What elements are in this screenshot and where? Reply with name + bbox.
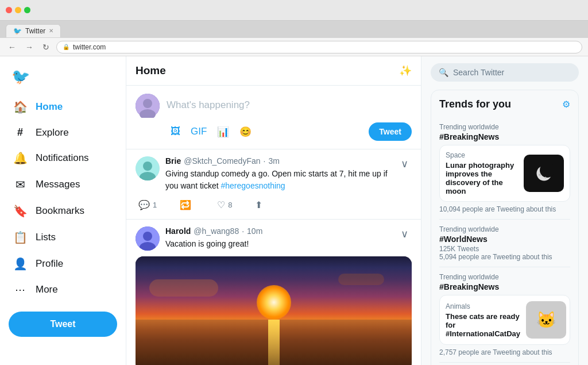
sidebar-item-label-bookmarks: Bookmarks	[36, 205, 84, 217]
tweet-submit-button[interactable]: Tweet	[369, 122, 412, 141]
tab-close-button[interactable]: ✕	[49, 28, 53, 34]
envelope-icon: ✉	[13, 178, 27, 191]
url-bar[interactable]: 🔒 twitter.com	[56, 41, 582, 53]
tweet-names: Brie @Sktch_ComedyFan · 3m	[165, 156, 397, 166]
tweet-avatar	[136, 226, 160, 251]
tweet-names: Harold @h_wang88 · 10m	[165, 226, 262, 236]
tweet-time: ·	[264, 156, 266, 166]
sidebar-item-label-more: More	[36, 284, 58, 295]
svg-point-15	[539, 174, 541, 176]
trend-count: 125K Tweets	[439, 245, 570, 253]
svg-point-1	[143, 99, 152, 108]
search-box[interactable]: 🔍 Search Twitter	[431, 63, 579, 82]
tweet-meta: Brie @Sktch_ComedyFan · 3m Giving standu…	[165, 156, 397, 192]
sidebar-item-profile[interactable]: 👤 Profile	[9, 251, 117, 276]
compose-right: What's happening? 🖼 GIF 📊 😊 Tweet	[167, 94, 412, 141]
sidebar: 🐦 🏠 Home # Explore 🔔 Notifications ✉ Mes…	[0, 56, 126, 365]
trend-item[interactable]: Trending worldwide #WorldNews 125K Tweet…	[439, 220, 570, 267]
compose-actions: 🖼 GIF 📊 😊 Tweet	[167, 122, 412, 141]
home-icon: 🏠	[13, 100, 27, 114]
refresh-button[interactable]: ↻	[40, 41, 52, 53]
trend-card[interactable]: Space Lunar photography improves the dis…	[439, 145, 570, 202]
maximize-button[interactable]	[24, 7, 30, 13]
tweet-image[interactable]	[136, 256, 412, 365]
sidebar-item-label-lists: Lists	[36, 232, 56, 243]
browser-chrome	[0, 0, 588, 21]
moon-image	[524, 155, 564, 192]
forward-button[interactable]: →	[23, 41, 36, 53]
bell-icon: 🔔	[13, 151, 27, 165]
trends-card: Trends for you ⚙ Trending worldwide #Bre…	[431, 90, 579, 365]
share-button[interactable]: ⬆	[252, 198, 265, 212]
tweet-more-button[interactable]: ∨	[397, 156, 412, 171]
trend-detail: 5,094 people are Tweeting about this	[439, 253, 570, 261]
card-text: Lunar photography improves the discovery…	[446, 161, 518, 195]
search-input[interactable]: Search Twitter	[453, 68, 571, 77]
trend-with-image: Space Lunar photography improves the dis…	[446, 151, 564, 195]
poll-icon-button[interactable]: 📊	[213, 123, 233, 141]
emoji-icon-button[interactable]: 😊	[235, 123, 256, 141]
tweet-time: ·	[242, 226, 244, 236]
browser-tab[interactable]: 🐦 Twitter ✕	[6, 24, 61, 37]
card-text: These cats are ready for #InternationalC…	[446, 312, 520, 338]
trend-category: Trending worldwide	[439, 273, 570, 281]
sidebar-item-messages[interactable]: ✉ Messages	[9, 172, 117, 197]
share-icon: ⬆	[255, 199, 262, 210]
explore-icon: #	[13, 126, 27, 139]
sidebar-item-label-messages: Messages	[36, 179, 80, 190]
tweet-more-button[interactable]: ∨	[397, 226, 412, 241]
tweet-text: Vacation is going great!	[165, 238, 262, 250]
compose-placeholder[interactable]: What's happening?	[167, 94, 412, 122]
sidebar-item-home[interactable]: 🏠 Home	[9, 94, 117, 120]
back-button[interactable]: ←	[6, 41, 18, 53]
trend-name: #BreakingNews	[439, 132, 570, 141]
retweet-button[interactable]: 🔁	[177, 198, 197, 212]
settings-icon[interactable]: ⚙	[562, 99, 570, 110]
twitter-logo[interactable]: 🐦	[9, 62, 117, 94]
trend-item[interactable]: Trending worldwide #GreatestOfAllTime 10…	[439, 363, 570, 365]
trend-detail: 10,094 people are Tweeting about this	[439, 205, 570, 213]
sunset-glow	[257, 285, 291, 320]
trend-name: #BreakingNews	[439, 282, 570, 291]
sidebar-item-label-profile: Profile	[36, 258, 63, 270]
traffic-lights	[6, 7, 30, 13]
tweet-user-info: Brie @Sktch_ComedyFan · 3m Giving standu…	[136, 156, 397, 192]
gif-icon-button[interactable]: GIF	[187, 123, 211, 141]
trend-item[interactable]: Trending worldwide #BreakingNews Animals…	[439, 267, 570, 363]
reply-icon: 💬	[138, 199, 150, 210]
sidebar-item-more[interactable]: ⋯ More	[9, 278, 117, 302]
reply-count: 1	[153, 201, 157, 209]
tweet-meta: Harold @h_wang88 · 10m Vacation is going…	[165, 226, 262, 251]
tweet-text: Giving standup comedy a go. Open mic sta…	[165, 168, 397, 192]
svg-point-4	[143, 162, 152, 171]
sparkles-icon[interactable]: ✨	[399, 64, 412, 77]
close-button[interactable]	[6, 7, 12, 13]
trend-item[interactable]: Trending worldwide #BreakingNews Space L…	[439, 117, 570, 220]
like-button[interactable]: ♡ 8	[214, 198, 235, 212]
cloud	[149, 279, 218, 297]
image-icon-button[interactable]: 🖼	[167, 123, 184, 141]
sidebar-item-label-home: Home	[36, 101, 63, 113]
tweet-hashtag[interactable]: #heregoesnothing	[221, 181, 285, 190]
reply-button[interactable]: 💬 1	[136, 198, 160, 212]
trend-card[interactable]: Animals These cats are ready for #Intern…	[439, 295, 570, 345]
card-category: Animals	[446, 302, 520, 310]
app-container: 🐦 🏠 Home # Explore 🔔 Notifications ✉ Mes…	[0, 56, 588, 365]
sidebar-item-notifications[interactable]: 🔔 Notifications	[9, 145, 117, 171]
trend-category: Trending worldwide	[439, 123, 570, 131]
card-category: Space	[446, 151, 518, 159]
display-name: Brie	[165, 156, 181, 166]
tweet-button[interactable]: Tweet	[9, 312, 117, 337]
search-icon: 🔍	[439, 68, 448, 77]
trend-content: Animals These cats are ready for #Intern…	[446, 302, 520, 338]
sidebar-item-explore[interactable]: # Explore	[9, 121, 117, 144]
sidebar-item-lists[interactable]: 📋 Lists	[9, 225, 117, 250]
minimize-button[interactable]	[15, 7, 21, 13]
trends-title: Trends for you	[439, 98, 511, 110]
sidebar-item-bookmarks[interactable]: 🔖 Bookmarks	[9, 198, 117, 224]
heart-icon: ♡	[217, 199, 225, 210]
tab-favicon: 🐦	[13, 27, 22, 35]
lock-icon: 🔒	[63, 44, 69, 50]
bookmark-icon: 🔖	[13, 204, 27, 218]
trend-image-box	[524, 155, 564, 192]
